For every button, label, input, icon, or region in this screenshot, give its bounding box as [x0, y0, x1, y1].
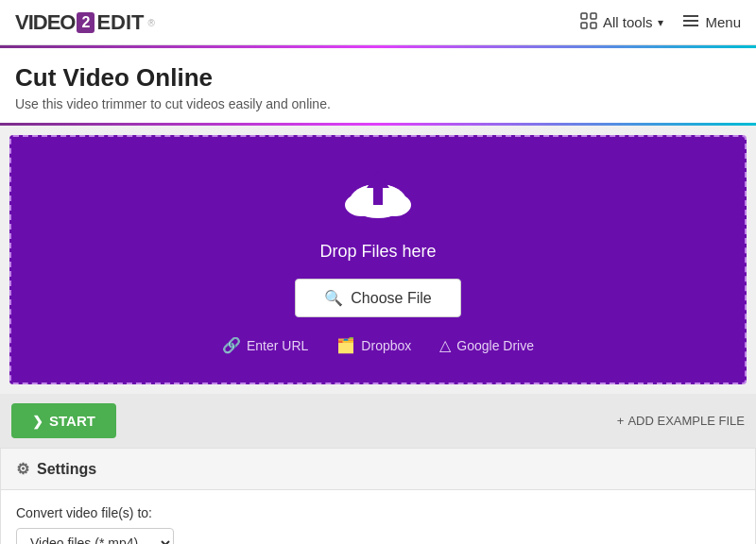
google-drive-option[interactable]: △ Google Drive	[439, 336, 534, 354]
svg-rect-1	[591, 13, 596, 19]
hamburger-icon	[682, 12, 699, 32]
alternative-options: 🔗 Enter URL 🗂️ Dropbox △ Google Drive	[222, 336, 534, 354]
settings-header: ⚙ Settings	[1, 449, 755, 490]
add-example-label: ADD EXAMPLE FILE	[627, 414, 745, 428]
format-select[interactable]: Video files (*.mp4) Video files (*.avi) …	[16, 528, 174, 544]
page-subtitle: Use this video trimmer to cut videos eas…	[15, 96, 741, 111]
svg-rect-0	[581, 13, 587, 19]
start-label: START	[49, 413, 95, 429]
start-button[interactable]: ❯ START	[11, 403, 116, 438]
drop-zone[interactable]: Drop Files here 🔍 Choose File 🔗 Enter UR…	[9, 135, 747, 384]
logo-edit-text: EDIT	[96, 10, 144, 35]
dropbox-label: Dropbox	[361, 338, 411, 353]
menu-button[interactable]: Menu	[682, 12, 741, 32]
settings-header-label: Settings	[37, 461, 96, 478]
all-tools-label: All tools	[603, 14, 653, 30]
cloud-upload-icon	[340, 165, 416, 227]
action-bar: ❯ START + ADD EXAMPLE FILE	[0, 394, 756, 448]
logo-2-badge: 2	[77, 12, 94, 33]
svg-rect-3	[591, 23, 596, 28]
dropbox-option[interactable]: 🗂️ Dropbox	[336, 336, 411, 354]
gear-icon: ⚙	[16, 460, 29, 478]
grid-icon	[580, 12, 597, 32]
plus-icon: +	[617, 414, 625, 428]
svg-point-13	[383, 195, 411, 215]
add-example-button[interactable]: + ADD EXAMPLE FILE	[617, 414, 745, 428]
settings-panel: ⚙ Settings Convert video file(s) to: Vid…	[0, 448, 756, 544]
header-right: All tools ▾ Menu	[580, 12, 741, 32]
chevron-down-icon: ▾	[658, 16, 663, 29]
all-tools-button[interactable]: All tools ▾	[580, 12, 664, 32]
enter-url-option[interactable]: 🔗 Enter URL	[222, 336, 308, 354]
header: VIDEO 2 EDIT ® All tools ▾	[0, 0, 756, 45]
settings-body: Convert video file(s) to: Video files (*…	[1, 490, 755, 544]
drop-zone-wrapper: Drop Files here 🔍 Choose File 🔗 Enter UR…	[0, 126, 756, 394]
logo: VIDEO 2 EDIT ®	[15, 10, 155, 35]
chevron-right-icon: ❯	[32, 414, 43, 429]
link-icon: 🔗	[222, 336, 241, 354]
svg-rect-2	[581, 23, 587, 28]
upload-icon-wrapper	[340, 165, 416, 230]
google-drive-label: Google Drive	[456, 338, 534, 353]
convert-label: Convert video file(s) to:	[16, 505, 740, 520]
svg-point-12	[345, 195, 373, 215]
page-title-area: Cut Video Online Use this video trimmer …	[0, 48, 756, 126]
search-icon: 🔍	[324, 289, 343, 307]
choose-file-label: Choose File	[351, 290, 431, 307]
logo-video-text: VIDEO	[15, 10, 75, 35]
google-drive-icon: △	[439, 336, 451, 354]
menu-label: Menu	[705, 14, 741, 30]
dropbox-icon: 🗂️	[336, 336, 355, 354]
enter-url-label: Enter URL	[247, 338, 308, 353]
drop-files-text: Drop Files here	[319, 242, 436, 262]
page-title: Cut Video Online	[15, 63, 741, 93]
choose-file-button[interactable]: 🔍 Choose File	[295, 279, 460, 317]
logo-registered: ®	[148, 18, 155, 28]
